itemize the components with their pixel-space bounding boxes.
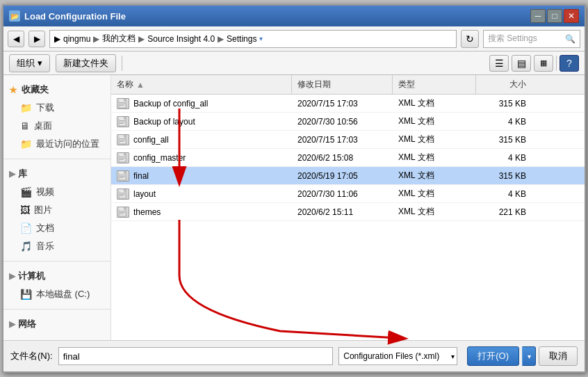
computer-label: 计算机 [18,270,45,282]
svg-rect-20 [119,153,124,155]
sidebar-item-desktop-label: 桌面 [34,120,52,132]
filetype-select[interactable]: Configuration Files (*.xml) [338,347,457,365]
library-expand-icon: ▶ [9,169,15,179]
svg-rect-33 [120,193,125,193]
column-header-type[interactable]: 类型 [393,75,476,94]
file-cell-size: 315 KB [476,135,532,145]
close-button[interactable]: ✕ [564,9,579,23]
toolbar-separator [122,56,122,71]
sidebar-item-recent[interactable]: 📁 最近访问的位置 [3,135,111,153]
table-row[interactable]: config_all 2020/7/15 17:03 XML 文档 315 KB [111,131,585,149]
search-icon: 🔍 [565,34,575,44]
disk-icon: 💾 [20,289,32,300]
table-row[interactable]: Backup of layout 2020/7/30 10:56 XML 文档 … [111,113,585,131]
column-header-size[interactable]: 大小 [476,75,532,94]
file-cell-date: 2020/7/15 17:03 [292,99,393,109]
table-row[interactable]: final 2020/5/19 17:05 XML 文档 315 KB [111,167,585,185]
path-sep-2: ▶ [138,34,145,44]
sidebar-item-documents[interactable]: 📄 文档 [3,219,111,237]
xml-file-icon [118,99,128,109]
column-header-date[interactable]: 修改日期 [292,75,393,94]
forward-button[interactable]: ▶ [28,31,45,47]
svg-rect-27 [120,175,125,175]
table-row[interactable]: config_master 2020/6/2 15:08 XML 文档 4 KB [111,149,585,167]
sidebar-item-pictures-label: 图片 [34,204,52,216]
filename-input[interactable] [58,347,334,365]
address-bar: ◀ ▶ ▶ qingmu ▶ 我的文档 ▶ Source Insight 4.0… [3,26,585,51]
view-details-button[interactable]: ▤ [512,55,531,72]
network-header[interactable]: ▶ 网络 [3,315,111,333]
path-mydocs[interactable]: 我的文档 [102,33,136,45]
sidebar-item-local-disk[interactable]: 💾 本地磁盘 (C:) [3,285,111,303]
file-rows-container: Backup of config_all 2020/7/15 17:03 XML… [111,95,585,221]
file-icon [117,152,129,163]
path-qingmu[interactable]: qingmu [63,34,90,44]
file-cell-date: 2020/5/19 17:05 [292,171,393,181]
path-settings[interactable]: Settings [227,34,256,44]
minimize-button[interactable]: ─ [530,9,546,23]
library-header[interactable]: ▶ 库 [3,165,111,183]
svg-rect-26 [119,171,124,173]
help-button[interactable]: ? [560,55,579,72]
sidebar-item-video[interactable]: 🎬 视频 [3,183,111,201]
sidebar-item-music[interactable]: 🎵 音乐 [3,237,111,255]
open-button[interactable]: 打开(O) [467,346,519,366]
path-dropdown-arrow[interactable]: ▾ [259,35,263,42]
open-dropdown-button[interactable]: ▾ [522,346,536,366]
svg-rect-39 [120,211,125,211]
view-tiles-button[interactable]: ▦ [534,55,553,72]
computer-expand-icon: ▶ [9,271,15,281]
svg-rect-38 [119,207,124,209]
table-row[interactable]: Backup of config_all 2020/7/15 17:03 XML… [111,95,585,113]
svg-rect-2 [119,99,124,101]
file-name-text: themes [133,207,161,217]
table-row[interactable]: themes 2020/6/2 15:11 XML 文档 221 KB [111,203,585,221]
svg-rect-3 [120,102,125,103]
svg-rect-4 [120,104,125,104]
svg-rect-22 [120,158,125,159]
new-folder-button[interactable]: 新建文件夹 [56,54,116,72]
file-name-text: layout [133,189,156,199]
sidebar-divider-1 [3,159,111,159]
sidebar-item-recent-label: 最近访问的位置 [36,138,99,150]
svg-rect-15 [120,138,125,139]
maximize-button[interactable]: □ [547,9,562,23]
sidebar-item-desktop[interactable]: 🖥 桌面 [3,117,111,135]
sidebar-divider-3 [3,309,111,310]
sidebar-item-pictures[interactable]: 🖼 图片 [3,201,111,219]
column-header-name[interactable]: 名称 ▲ [111,75,292,94]
svg-rect-17 [120,141,124,142]
address-path[interactable]: ▶ qingmu ▶ 我的文档 ▶ Source Insight 4.0 ▶ S… [49,30,457,48]
computer-header[interactable]: ▶ 计算机 [3,267,111,285]
recent-icon: 📁 [20,138,32,150]
file-icon [117,116,129,127]
sidebar-item-video-label: 视频 [36,186,54,198]
file-cell-date: 2020/7/15 17:03 [292,135,393,145]
view-list-button[interactable]: ☰ [489,55,509,72]
network-section: ▶ 网络 [3,312,111,336]
sidebar-item-download-label: 下载 [36,102,54,114]
svg-rect-8 [119,117,124,119]
cancel-button[interactable]: 取消 [539,346,578,366]
video-icon: 🎬 [20,186,32,198]
path-si[interactable]: Source Insight 4.0 [147,34,215,44]
svg-rect-11 [120,123,124,124]
search-box[interactable]: 搜索 Settings 🔍 [483,30,580,48]
table-row[interactable]: layout 2020/7/30 11:06 XML 文档 4 KB [111,185,585,203]
file-cell-name: themes [111,207,292,218]
file-cell-type: XML 文档 [393,152,476,163]
file-list-header: 名称 ▲ 修改日期 类型 大小 [111,75,585,95]
back-button[interactable]: ◀ [8,31,24,47]
refresh-button[interactable]: ↻ [461,30,479,48]
library-label: 库 [18,168,27,180]
action-buttons: 打开(O) ▾ 取消 [467,346,578,366]
xml-file-icon [118,135,128,145]
sidebar-item-download[interactable]: 📁 下载 [3,99,111,117]
favorites-header[interactable]: ★ 收藏夹 [3,81,111,99]
svg-rect-14 [119,135,124,137]
file-cell-size: 4 KB [476,189,532,199]
sidebar-divider-2 [3,261,111,262]
svg-rect-16 [120,140,125,141]
organize-button[interactable]: 组织 ▾ [9,54,50,72]
desktop-icon: 🖥 [20,120,30,131]
